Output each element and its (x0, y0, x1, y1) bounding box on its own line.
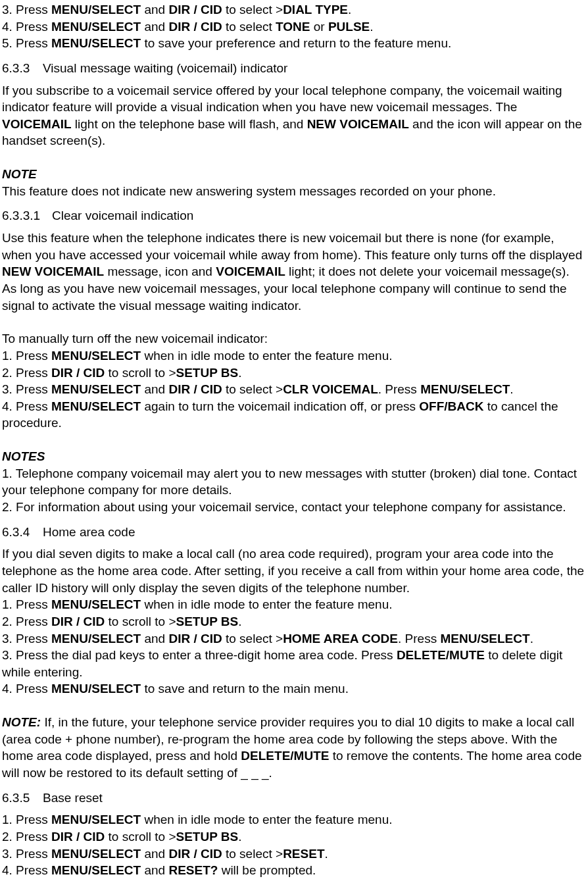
paragraph: If you subscribe to a voicemail service … (2, 82, 586, 150)
step-line: 5. Press MENU/SELECT to save your prefer… (2, 35, 586, 52)
notes-label: NOTES (2, 448, 586, 465)
step-line: 4. Press MENU/SELECT to confirm and rese… (2, 879, 586, 883)
note-label: NOTE (2, 166, 586, 183)
note-item: 2. For information about using your voic… (2, 499, 586, 516)
step-line: 2. Press DIR / CID to scroll to >SETUP B… (2, 828, 586, 845)
step-line: 4. Press MENU/SELECT and DIR / CID to se… (2, 18, 586, 36)
note-item: 1. Telephone company voicemail may alert… (2, 465, 586, 499)
step-line: 2. Press DIR / CID to scroll to >SETUP B… (2, 613, 586, 630)
note-text: This feature does not indicate new answe… (2, 183, 586, 200)
step-line: 2. Press DIR / CID to scroll to >SETUP B… (2, 365, 586, 382)
section-heading: 6.3.3.1Clear voicemail indication (2, 207, 586, 224)
section-heading: 6.3.4Home area code (2, 524, 586, 541)
paragraph: Use this feature when the telephone indi… (2, 230, 586, 314)
step-line: 3. Press MENU/SELECT and DIR / CID to se… (2, 381, 586, 398)
step-line: 3. Press the dial pad keys to enter a th… (2, 647, 586, 680)
note-paragraph: NOTE: If, in the future, your telephone … (2, 714, 586, 782)
step-line: 4. Press MENU/SELECT again to turn the v… (2, 398, 586, 432)
step-line: 3. Press MENU/SELECT and DIR / CID to se… (2, 845, 586, 863)
step-line: 3. Press MENU/SELECT and DIR / CID to se… (2, 1, 586, 18)
section-heading: 6.3.3Visual message waiting (voicemail) … (2, 60, 586, 77)
step-line: 1. Press MENU/SELECT when in idle mode t… (2, 596, 586, 613)
step-line: 3. Press MENU/SELECT and DIR / CID to se… (2, 630, 586, 647)
step-line: 4. Press MENU/SELECT to save and return … (2, 680, 586, 697)
step-line: 4. Press MENU/SELECT and RESET? will be … (2, 862, 586, 879)
step-line: 1. Press MENU/SELECT when in idle mode t… (2, 347, 586, 365)
paragraph: If you dial seven digits to make a local… (2, 545, 586, 596)
step-line: 1. Press MENU/SELECT when in idle mode t… (2, 811, 586, 828)
paragraph: To manually turn off the new voicemail i… (2, 330, 586, 347)
section-heading: 6.3.5Base reset (2, 790, 586, 807)
